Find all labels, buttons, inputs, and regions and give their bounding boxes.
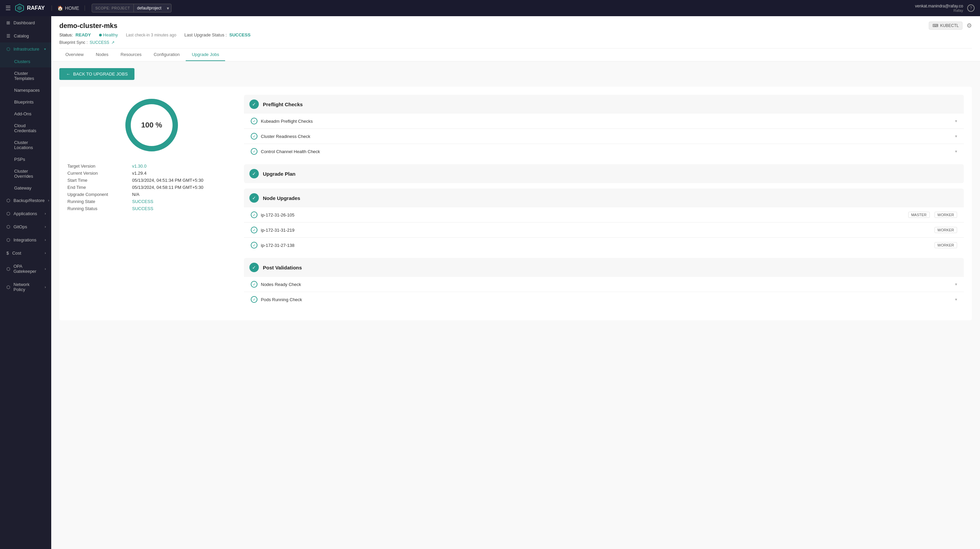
sidebar-item-integrations[interactable]: ⬡ Integrations ›: [0, 233, 51, 246]
sidebar-item-opa-gatekeeper[interactable]: ⬡ OPA Gatekeeper ›: [0, 260, 51, 278]
home-label: HOME: [65, 5, 79, 11]
post-validations-section: ✓ Post Validations ✓ Nodes Ready Check ▾…: [244, 258, 964, 307]
sidebar-item-infrastructure[interactable]: ⬡ Infrastructure ▾: [0, 43, 51, 56]
kubeadm-expand-icon[interactable]: ▾: [955, 119, 957, 123]
preflight-checks-section: ✓ Preflight Checks ✓ Kubeadm Preflight C…: [244, 95, 964, 159]
tab-configuration[interactable]: Configuration: [148, 49, 186, 61]
opa-icon: ⬡: [6, 267, 10, 271]
donut-chart: 100 %: [121, 95, 182, 155]
scope-value: defaultproject: [134, 4, 165, 12]
sidebar-item-gitops[interactable]: ⬡ GitOps ›: [0, 220, 51, 233]
cluster-title-row: demo-cluster-mks ⌨ KUBECTL ⚙: [59, 22, 972, 30]
node-upgrades-header: ✓ Node Upgrades: [244, 188, 964, 207]
health-status: Healthy: [99, 32, 118, 37]
nodes-ready-expand-icon[interactable]: ▾: [955, 282, 957, 287]
sidebar-item-cluster-templates[interactable]: Cluster Templates: [0, 67, 51, 84]
home-icon: 🏠: [57, 5, 63, 11]
cluster-meta: Status: READY Healthy Last check-in 3 mi…: [59, 32, 972, 37]
control-channel-check-icon: ✓: [251, 148, 258, 155]
node-2-check-icon: ✓: [251, 242, 258, 249]
sidebar-label-backup-restore: Backup/Restore: [13, 198, 45, 203]
settings-icon[interactable]: ⚙: [967, 22, 972, 29]
sidebar-item-backup-restore[interactable]: ⬡ Backup/Restore ›: [0, 194, 51, 207]
target-version-value: v1.30.0: [132, 164, 236, 169]
help-icon[interactable]: ?: [967, 5, 975, 12]
node-1-check-icon: ✓: [251, 227, 258, 233]
user-info: venkat.manindra@rafay.co Rafay: [915, 4, 963, 13]
kubectl-button[interactable]: ⌨ KUBECTL: [929, 22, 963, 30]
node-upgrades-check-icon: ✓: [250, 193, 259, 203]
pods-running-expand-icon[interactable]: ▾: [955, 297, 957, 302]
upgrade-plan-section: ✓ Upgrade Plan: [244, 164, 964, 183]
sidebar-label-network-policy: Network Policy: [13, 282, 41, 292]
cluster-tabs: Overview Nodes Resources Configuration U…: [59, 48, 972, 61]
sidebar-label-applications: Applications: [13, 211, 37, 216]
readiness-label: Cluster Readiness Check: [261, 134, 952, 139]
applications-caret-icon: ›: [45, 212, 46, 215]
node-0-worker-badge: WORKER: [934, 212, 958, 218]
blueprint-row: Blueprint Sync : SUCCESS ↗: [59, 40, 972, 45]
tab-resources[interactable]: Resources: [115, 49, 148, 61]
control-channel-expand-icon[interactable]: ▾: [955, 149, 957, 154]
kubectl-label: KUBECTL: [940, 23, 959, 28]
readiness-expand-icon[interactable]: ▾: [955, 134, 957, 139]
back-to-upgrade-jobs-button[interactable]: ← BACK TO UPGRADE JOBS: [59, 68, 134, 80]
sidebar-item-gateway[interactable]: Gateway: [0, 182, 51, 194]
scope-selector[interactable]: SCOPE: PROJECT defaultproject ▾: [92, 4, 172, 13]
user-email: venkat.manindra@rafay.co: [915, 4, 963, 8]
infrastructure-caret-icon: ▾: [44, 47, 46, 51]
applications-left: ⬡ Applications: [6, 211, 37, 216]
backup-restore-left: ⬡ Backup/Restore: [6, 198, 45, 203]
node-1-worker-badge: WORKER: [934, 227, 958, 233]
sidebar-item-clusters[interactable]: Clusters: [0, 56, 51, 67]
sidebar-item-cluster-locations[interactable]: Cluster Locations: [0, 137, 51, 153]
upgrade-plan-title: Upgrade Plan: [263, 171, 296, 177]
sidebar-item-cost[interactable]: $ Cost ›: [0, 246, 51, 260]
home-nav[interactable]: 🏠 HOME: [52, 5, 85, 11]
health-dot-icon: [99, 34, 102, 37]
sidebar-item-add-ons[interactable]: Add-Ons: [0, 108, 51, 120]
sidebar-item-catalog[interactable]: ☰ Catalog: [0, 29, 51, 43]
scope-caret-icon: ▾: [165, 6, 171, 11]
pods-running-label: Pods Running Check: [261, 297, 952, 302]
integrations-caret-icon: ›: [45, 238, 46, 242]
end-time-label: End Time: [67, 185, 128, 190]
tab-overview[interactable]: Overview: [59, 49, 90, 61]
sidebar-item-applications[interactable]: ⬡ Applications ›: [0, 207, 51, 220]
catalog-icon: ☰: [6, 34, 10, 38]
sidebar-label-dashboard: Dashboard: [13, 20, 35, 25]
sidebar: ⊞ Dashboard ☰ Catalog ⬡ Infrastructure ▾…: [0, 16, 51, 549]
sidebar-label-infrastructure: Infrastructure: [13, 46, 40, 52]
node-row-1: ✓ ip-172-31-31-219 WORKER: [244, 223, 964, 238]
post-validations-check-icon: ✓: [250, 263, 259, 272]
gitops-left: ⬡ GitOps: [6, 224, 27, 229]
upgrade-component-label: Upgrade Component: [67, 192, 128, 197]
status-label: Status: READY: [59, 32, 91, 37]
control-channel-label: Control Channel Health Check: [261, 149, 952, 154]
sidebar-item-psps[interactable]: PSPs: [0, 153, 51, 165]
tab-upgrade-jobs[interactable]: Upgrade Jobs: [186, 49, 225, 61]
target-version-label: Target Version: [67, 164, 128, 169]
end-time-value: 05/13/2024, 04:58:11 PM GMT+5:30: [132, 185, 236, 190]
last-upgrade-value: SUCCESS: [229, 32, 250, 37]
sidebar-label-integrations: Integrations: [13, 238, 37, 243]
nodes-ready-check-icon: ✓: [251, 281, 258, 288]
running-state-value: SUCCESS: [132, 199, 236, 204]
sidebar-item-network-policy[interactable]: ⬡ Network Policy ›: [0, 278, 51, 296]
dashboard-icon: ⊞: [6, 20, 10, 25]
blueprint-sync-label: Blueprint Sync :: [59, 40, 88, 45]
node-upgrades-section: ✓ Node Upgrades ✓ ip-172-31-26-105 MASTE…: [244, 188, 964, 252]
sidebar-item-dashboard[interactable]: ⊞ Dashboard: [0, 16, 51, 29]
current-version-label: Current Version: [67, 171, 128, 176]
sidebar-item-namespaces[interactable]: Namespaces: [0, 84, 51, 96]
readiness-check-icon: ✓: [251, 133, 258, 140]
sidebar-item-cluster-overrides[interactable]: Cluster Overrides: [0, 165, 51, 182]
hamburger-menu[interactable]: ☰: [5, 5, 11, 12]
sidebar-item-blueprints[interactable]: Blueprints: [0, 96, 51, 108]
top-navigation: ☰ RAFAY 🏠 HOME SCOPE: PROJECT defaultpro…: [0, 0, 980, 16]
main-content: demo-cluster-mks ⌨ KUBECTL ⚙ Status: REA…: [51, 16, 980, 549]
tab-nodes[interactable]: Nodes: [90, 49, 115, 61]
logo-text: RAFAY: [27, 5, 45, 11]
logo: RAFAY: [15, 3, 45, 13]
sidebar-item-cloud-credentials[interactable]: Cloud Credentials: [0, 120, 51, 137]
